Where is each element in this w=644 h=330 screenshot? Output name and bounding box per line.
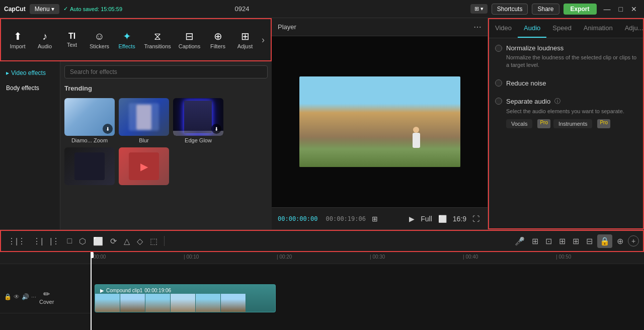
trim-left-tool[interactable]: ⋮| — [30, 234, 45, 248]
rotate-tool[interactable]: ⟳ — [108, 234, 119, 248]
tab-adjust[interactable]: Adju... — [619, 19, 644, 38]
split-tool[interactable]: ⋮|⋮ — [5, 234, 28, 248]
freeze-tool[interactable]: ⬜ — [91, 234, 106, 248]
tool-transitions[interactable]: ⧖ Transitions — [141, 28, 174, 52]
transform-tool[interactable]: ◇ — [134, 234, 145, 248]
clip-thumb-6 — [221, 294, 246, 312]
crop-tool[interactable]: □ — [64, 234, 74, 248]
vocals-pro-badge: Pro — [537, 119, 550, 128]
adjust-icon: ⊞ — [241, 30, 250, 42]
tab-animation[interactable]: Animation — [578, 19, 619, 38]
tab-speed[interactable]: Speed — [546, 19, 578, 38]
separate-audio-desc: Select the audio elements you want to se… — [495, 108, 637, 115]
tool-adjust[interactable]: ⊞ Adjust — [232, 27, 258, 52]
ruler-mark-5: | 00:50 — [556, 254, 571, 260]
video-clip[interactable]: ▶ Compound clip1 00:00:19:06 — [95, 284, 276, 312]
track-hide-button[interactable]: 👁 — [14, 293, 20, 300]
video-preview — [272, 36, 488, 207]
grid-ctrl-button[interactable]: ⊞ — [370, 214, 380, 224]
effect-card-4[interactable] — [64, 147, 115, 187]
mask-tool[interactable]: ⬡ — [76, 234, 89, 248]
tool-filters[interactable]: ⊕ Filters — [205, 27, 230, 52]
effect-card-blur[interactable]: Blur — [119, 98, 169, 143]
separate-audio-title: Separate audio — [506, 98, 550, 105]
fullscreen-button[interactable]: ⛶ — [470, 214, 481, 224]
add-track-button[interactable]: + — [628, 235, 639, 246]
sidebar-item-video-effects[interactable]: ▸ Video effects — [0, 65, 60, 80]
reduce-noise-option: Reduce noise — [495, 79, 637, 87]
flip-tool[interactable]: △ — [121, 234, 132, 248]
tool-audio[interactable]: ♪ Audio — [32, 28, 57, 52]
tool-import[interactable]: ⬆ Import — [5, 27, 30, 52]
tool-effects[interactable]: ✦ Effects — [114, 27, 139, 52]
separate-audio-checkbox[interactable] — [495, 98, 502, 105]
clip-thumb-2 — [120, 294, 145, 312]
tool-captions[interactable]: ⊟ Captions — [176, 27, 203, 52]
toolbar-more-icon[interactable]: › — [260, 35, 267, 45]
tab-audio[interactable]: Audio — [518, 19, 546, 38]
player-header: Player ⋯ — [272, 18, 488, 36]
fullscreen-label[interactable]: Full — [419, 214, 434, 224]
mic-button[interactable]: 🎤 — [512, 234, 527, 248]
effects-search-input[interactable] — [64, 65, 268, 78]
split-clip-button[interactable]: ⊞ — [570, 234, 582, 248]
vocals-label: Vocals — [506, 119, 532, 128]
tool-stickers[interactable]: ☺ Stickers — [87, 28, 112, 52]
unlink-button[interactable]: ⊞ — [556, 234, 568, 248]
link-button[interactable]: ⊡ — [543, 234, 554, 248]
tool-filters-label: Filters — [210, 43, 225, 49]
grid-view-button[interactable]: ⊞ ▾ — [470, 4, 488, 14]
text-icon: TI — [68, 32, 75, 41]
top-bar: CapCut Menu ▾ ✓ Auto saved: 15:05:59 092… — [0, 0, 644, 18]
app-logo: CapCut — [4, 6, 26, 13]
play-button[interactable]: ▶ — [407, 214, 417, 224]
grid-tool[interactable]: ⬚ — [147, 234, 160, 248]
trim-right-tool[interactable]: |⋮ — [47, 234, 62, 248]
crop-button[interactable]: ⬜ — [436, 214, 449, 224]
aspect-ratio-button[interactable]: 16:9 — [451, 214, 468, 224]
instruments-pro-badge: Pro — [597, 119, 610, 128]
info-icon: ⓘ — [554, 97, 560, 106]
search-bar — [60, 61, 272, 82]
person-body — [413, 133, 420, 148]
zoom-in-button[interactable]: ⊕ — [614, 234, 626, 248]
timeline: ⋮|⋮ ⋮| |⋮ □ ⬡ ⬜ ⟳ △ ◇ ⬚ 🎤 ⊞ ⊡ ⊞ ⊞ ⊟ 🔒 ⊕ … — [0, 229, 644, 330]
tool-text[interactable]: TI Text — [59, 29, 85, 51]
normalize-checkbox[interactable] — [495, 45, 502, 52]
effects-sidebar: ▸ Video effects Body effects — [0, 61, 60, 229]
lock-button[interactable]: 🔒 — [597, 234, 612, 248]
share-button[interactable]: Share — [532, 4, 559, 15]
player-menu-icon[interactable]: ⋯ — [473, 22, 481, 32]
effect-card-edgeglow[interactable]: ⬇ Edge Glow — [173, 98, 223, 143]
reduce-noise-title: Reduce noise — [506, 79, 546, 87]
pro-badges-row: Vocals Pro Instruments Pro — [495, 119, 637, 128]
effects-panel: ▸ Video effects Body effects Trending ⬇ — [0, 61, 272, 229]
reduce-noise-checkbox[interactable] — [495, 79, 502, 87]
track-mute-button[interactable]: 🔊 — [22, 293, 29, 300]
maximize-button[interactable]: □ — [616, 4, 626, 14]
track-lock-button[interactable]: 🔒 — [4, 293, 12, 300]
right-panel: Video Audio Speed Animation Adju... Norm… — [488, 18, 644, 229]
player-controls: 00:00:00:00 00:00:19:06 ⊞ ▶ Full ⬜ 16:9 … — [272, 207, 488, 229]
video-frame — [299, 76, 460, 167]
zoom-out-button[interactable]: ⊟ — [584, 234, 595, 248]
close-button[interactable]: ✕ — [628, 4, 640, 14]
shortcuts-button[interactable]: Shortcuts — [492, 4, 528, 15]
export-button[interactable]: Export — [564, 4, 597, 15]
effect-thumb-4 — [64, 147, 115, 185]
normalize-title: Normalize loudness — [506, 44, 564, 52]
minimize-button[interactable]: — — [601, 4, 614, 14]
track-controls: 🔒 👁 🔊 ··· — [4, 293, 36, 300]
sidebar-item-body-effects[interactable]: Body effects — [0, 80, 60, 96]
playhead-head — [91, 252, 94, 258]
tab-video[interactable]: Video — [489, 19, 518, 38]
grass-overlay — [299, 137, 460, 167]
ruler-mark-1: | 00:10 — [184, 254, 199, 260]
connect-button[interactable]: ⊞ — [529, 234, 541, 248]
menu-button[interactable]: Menu ▾ — [30, 4, 59, 14]
tool-text-label: Text — [67, 42, 77, 48]
effect-card-5[interactable]: ▶ — [119, 147, 169, 187]
clip-duration: 00:00:19:06 — [144, 288, 171, 293]
track-more-button[interactable]: ··· — [31, 293, 36, 300]
effect-card-diamond[interactable]: ⬇ Diamo... Zoom — [64, 98, 115, 143]
